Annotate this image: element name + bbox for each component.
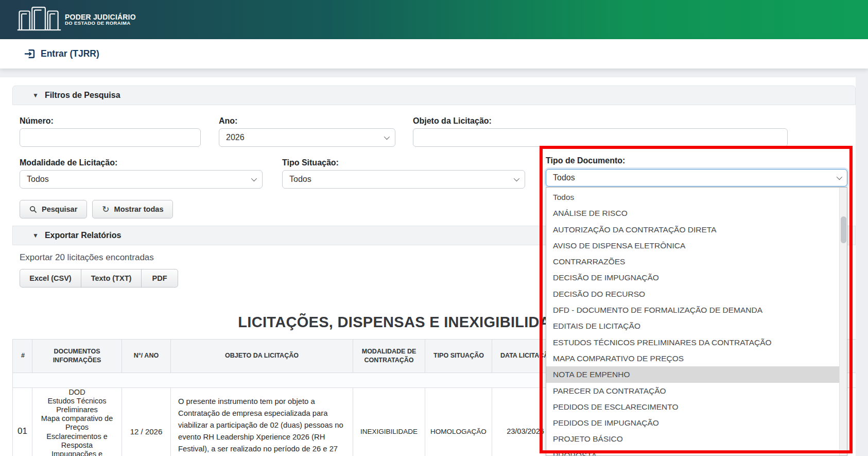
export-txt-button[interactable]: Texto (TXT): [81, 269, 142, 288]
brand-line1: PODER JUDICIÁRIO: [65, 13, 136, 21]
dropdown-option[interactable]: DFD - DOCUMENTO DE FORMALIZAÇÃO DE DEMAN…: [546, 302, 840, 318]
row-modalidade-cell: INEXIGIBILIDADE: [353, 388, 425, 456]
document-link[interactable]: DOD: [36, 388, 118, 397]
situacao-value: Todos: [289, 175, 311, 184]
row-situacao-cell: HOMOLOGAÇÃO: [425, 388, 492, 456]
dropdown-option[interactable]: EDITAIS DE LICITAÇÃO: [546, 318, 840, 334]
dropdown-option[interactable]: PROJETO BÁSICO: [546, 431, 840, 447]
situacao-field-group: Tipo Situação: Todos: [282, 158, 525, 189]
login-label: Entrar (TJRR): [41, 48, 99, 59]
situacao-select[interactable]: Todos: [282, 170, 525, 189]
document-link[interactable]: Estudos Técnicos Preliminares: [36, 397, 118, 414]
mostrar-todas-button[interactable]: ↻ Mostrar todas: [92, 200, 173, 218]
dropdown-option[interactable]: PEDIDOS DE ESCLARECIMENTO: [546, 399, 840, 415]
document-link[interactable]: Mapa comparativo de Preços: [36, 414, 118, 432]
dropdown-scrollbar[interactable]: [839, 188, 847, 455]
row-numero-ano-cell: 12 / 2026: [122, 388, 171, 456]
refresh-icon: ↻: [102, 204, 109, 215]
ano-label: Ano:: [219, 116, 395, 126]
col-header-numero-ano: N°/ ANO: [122, 340, 171, 373]
document-link[interactable]: Esclarecimentos e Resposta: [36, 432, 118, 450]
dropdown-option[interactable]: CONTRARRAZÕES: [546, 254, 840, 269]
documento-dropdown-panel: TodosANÁLISE DE RISCOAUTORIZAÇÃO DA CONT…: [546, 187, 847, 456]
col-header-modalidade: MODALIDADE DE CONTRATAÇÃO: [353, 340, 425, 373]
numero-field-group: Número:: [20, 116, 201, 147]
situacao-label: Tipo Situação:: [282, 158, 525, 168]
chevron-down-icon: [514, 176, 519, 181]
ano-value: 2026: [226, 133, 245, 142]
pesquisar-button[interactable]: Pesquisar: [20, 200, 87, 218]
mostrar-todas-label: Mostrar todas: [114, 205, 164, 213]
objeto-label: Objeto da Licitação:: [413, 116, 788, 126]
pesquisar-label: Pesquisar: [42, 205, 77, 213]
modalidade-label: Modalidade de Licitação:: [20, 158, 263, 168]
export-excel-button[interactable]: Excel (CSV): [20, 269, 81, 288]
brand-line2: DO ESTADO DE RORAIMA: [65, 21, 136, 26]
dropdown-option[interactable]: PROPOSTA: [546, 447, 840, 456]
brand-text: PODER JUDICIÁRIO DO ESTADO DE RORAIMA: [65, 13, 136, 26]
documento-value: Todos: [553, 173, 575, 182]
filters-panel-title: Filtros de Pesquisa: [45, 91, 120, 100]
dropdown-option[interactable]: NOTA DE EMPENHO: [546, 366, 840, 382]
chevron-down-icon: [251, 176, 257, 181]
export-pdf-button[interactable]: PDF: [141, 269, 178, 288]
ano-field-group: Ano: 2026: [219, 116, 395, 147]
chevron-down-icon: [384, 134, 390, 140]
top-nav-bar: Entrar (TJRR): [0, 39, 868, 69]
objeto-field-group: Objeto da Licitação:: [413, 116, 788, 147]
dropdown-scrollbar-thumb[interactable]: [841, 216, 846, 243]
row-documents-cell: DODEstudos Técnicos PreliminaresMapa com…: [32, 388, 122, 456]
col-header-objeto: OBJETO DA LICITAÇÃO: [171, 340, 353, 373]
documento-select[interactable]: Todos: [546, 169, 847, 187]
export-panel-title: Exportar Relatórios: [45, 231, 121, 240]
login-arrow-icon: [24, 48, 36, 60]
filters-panel-header[interactable]: ▼ Filtros de Pesquisa: [12, 86, 856, 105]
chevron-down-icon: [837, 174, 842, 180]
document-link[interactable]: Impugnações e Respostas: [36, 450, 118, 456]
documento-label: Tipo de Documento:: [546, 156, 625, 165]
col-header-situacao: TIPO SITUAÇÃO: [425, 340, 492, 373]
row-objeto-cell: O presente instrumento tem por objeto a …: [171, 388, 353, 456]
dropdown-option[interactable]: Todos: [546, 189, 840, 205]
dropdown-option[interactable]: ESTUDOS TÉCNICOS PRELIMINARES DA CONTRAT…: [546, 334, 840, 350]
dropdown-option[interactable]: AVISO DE DISPENSA ELETRÔNICA: [546, 238, 840, 254]
search-icon: [29, 206, 37, 213]
collapse-triangle-icon: ▼: [32, 232, 39, 239]
col-header-index: #: [13, 340, 32, 373]
numero-input[interactable]: [20, 128, 201, 147]
courthouse-doors-icon: [16, 5, 62, 35]
row-index-cell: 01: [13, 388, 32, 456]
modalidade-field-group: Modalidade de Licitação: Todos: [20, 158, 263, 189]
col-header-documentos: DOCUMENTOS INFORMAÇÕES: [32, 340, 122, 373]
dropdown-option[interactable]: PARECER DA CONTRATAÇÃO: [546, 383, 840, 399]
numero-label: Número:: [20, 116, 201, 126]
modalidade-value: Todos: [27, 175, 49, 184]
page-background-strip: [0, 69, 868, 77]
dropdown-option[interactable]: DECISÃO DO RECURSO: [546, 286, 840, 302]
dropdown-option[interactable]: PEDIDOS DE IMPUGNAÇÃO: [546, 415, 840, 431]
modalidade-select[interactable]: Todos: [20, 170, 263, 189]
app-header: PODER JUDICIÁRIO DO ESTADO DE RORAIMA: [0, 0, 868, 39]
tjrr-logo: PODER JUDICIÁRIO DO ESTADO DE RORAIMA: [16, 5, 136, 35]
objeto-input[interactable]: [413, 128, 788, 147]
page-right-margin: [856, 77, 868, 456]
dropdown-option[interactable]: MAPA COMPARATIVO DE PREÇOS: [546, 350, 840, 366]
dropdown-option[interactable]: DECISÃO DE IMPUGNAÇÃO: [546, 269, 840, 285]
dropdown-option[interactable]: AUTORIZAÇÃO DA CONTRATAÇÃO DIRETA: [546, 222, 840, 238]
login-link[interactable]: Entrar (TJRR): [24, 48, 99, 60]
ano-select[interactable]: 2026: [219, 128, 395, 147]
collapse-triangle-icon: ▼: [32, 92, 39, 99]
dropdown-option[interactable]: ANÁLISE DE RISCO: [546, 205, 840, 221]
